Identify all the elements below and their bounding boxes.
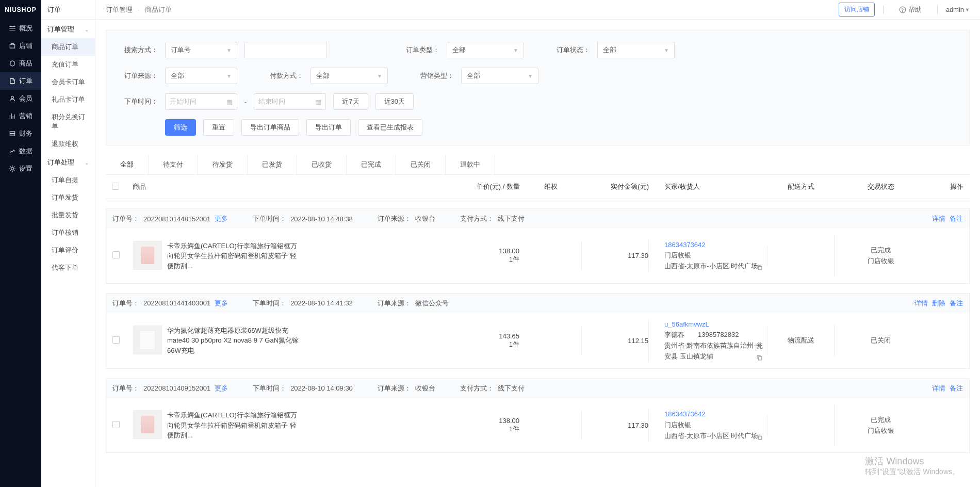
shipping-method: 物流配送 [767,326,834,355]
nav-item[interactable]: 设置 [0,160,41,177]
sub-group-title[interactable]: 订单处理⌄ [41,153,95,171]
sub-nav-item[interactable]: 会员卡订单 [41,73,95,91]
help-link[interactable]: 帮助 [899,5,922,14]
product-name[interactable]: 卡帝乐鳄鱼(CARTELO)行李箱旅行箱铝框万向轮男女学生拉杆箱密码箱登机箱皮箱… [167,410,301,441]
order-more-link[interactable]: 更多 [215,214,228,223]
visit-shop-button[interactable]: 访问店铺 [839,3,875,17]
buyer-link[interactable]: u_56afkmvwzL [664,319,767,330]
svg-rect-4 [758,436,762,440]
chevron-down-icon: ⌄ [85,27,89,33]
nav-item[interactable]: 店铺 [0,37,41,55]
select-all-checkbox[interactable] [112,183,119,190]
sub-nav-item[interactable]: 批量发货 [41,206,95,224]
product-thumb[interactable] [133,241,162,270]
status-tab[interactable]: 已关闭 [396,155,446,174]
sub-nav-item[interactable]: 积分兑换订单 [41,108,95,135]
product-thumb[interactable] [133,410,162,439]
order-action-link[interactable]: 删除 [932,299,945,308]
order-more-link[interactable]: 更多 [215,299,228,308]
buyer-link[interactable]: 18634373642 [664,409,767,420]
order-action-link[interactable]: 备注 [950,384,963,393]
nav-item[interactable]: 财务 [0,125,41,142]
calendar-icon: ▦ [315,98,321,106]
sub-nav-item[interactable]: 代客下单 [41,259,95,277]
view-reports-button[interactable]: 查看已生成报表 [358,119,422,136]
order-action-link[interactable]: 详情 [932,214,945,223]
chevron-down-icon: ▼ [377,73,382,79]
last7-button[interactable]: 近7天 [333,93,368,110]
order-status: 已完成门店收银 [834,235,927,277]
svg-point-1 [902,11,903,12]
help-icon [899,6,906,13]
order-checkbox[interactable] [112,336,120,344]
reset-button[interactable]: 重置 [203,119,234,136]
order-type-select[interactable]: 全部▼ [447,42,524,58]
status-tab[interactable]: 已完成 [347,155,396,174]
nav-item[interactable]: 数据 [0,142,41,160]
chevron-down-icon: ▼ [226,47,232,53]
order-checkbox[interactable] [112,251,120,258]
filter-button[interactable]: 筛选 [165,119,196,136]
search-input[interactable] [244,42,327,58]
nav-icon [9,95,16,102]
start-date-input[interactable]: 开始时间▦ [165,93,237,110]
nav-icon [9,77,16,85]
order-action-link[interactable]: 备注 [950,299,963,308]
order-source-select[interactable]: 全部▼ [165,68,237,84]
status-tab[interactable]: 全部 [106,155,149,174]
nav-item[interactable]: 概况 [0,20,41,37]
nav-icon [9,60,16,67]
nav-icon [9,130,16,137]
sub-nav-item[interactable]: 订单自提 [41,171,95,189]
admin-menu[interactable]: admin ▼ [946,6,970,13]
sub-nav-item[interactable]: 礼品卡订单 [41,91,95,108]
status-tabs: 全部待支付待发货已发货已收货已完成已关闭退款中 [106,155,970,175]
promo-type-select[interactable]: 全部▼ [461,68,538,84]
sub-nav-item[interactable]: 订单核销 [41,224,95,241]
sub-nav-item[interactable]: 退款维权 [41,135,95,153]
sub-nav-item[interactable]: 订单发货 [41,189,95,206]
nav-item[interactable]: 会员 [0,90,41,107]
status-tab[interactable]: 已发货 [248,155,297,174]
order-action-link[interactable]: 详情 [932,384,945,393]
order-status-select[interactable]: 全部▼ [597,42,675,58]
order-row: 订单号：202208101409152001 更多 下单时间：2022-08-1… [106,378,970,453]
status-tab[interactable]: 退款中 [446,155,495,174]
sub-group-title[interactable]: 订单管理⌄ [41,20,95,38]
nav-item[interactable]: 订单 [0,72,41,90]
export-orders-button[interactable]: 导出订单 [306,119,351,136]
nav-item[interactable]: 商品 [0,55,41,72]
export-goods-button[interactable]: 导出订单商品 [241,119,299,136]
copy-icon[interactable] [756,354,763,361]
buyer-info: 18634373642 门店收银 山西省-太原市-小店区 时代广场 [648,240,767,272]
copy-icon[interactable] [756,434,763,441]
product-name[interactable]: 卡帝乐鳄鱼(CARTELO)行李箱旅行箱铝框万向轮男女学生拉杆箱密码箱登机箱皮箱… [167,241,301,271]
nav-item[interactable]: 营销 [0,107,41,125]
nav-icon [9,25,16,32]
order-action-link[interactable]: 备注 [950,214,963,223]
order-action-link[interactable]: 详情 [914,299,928,308]
status-tab[interactable]: 待发货 [198,155,248,174]
chevron-down-icon: ⌄ [85,160,89,166]
end-date-input[interactable]: 结束时间▦ [254,93,326,110]
copy-icon[interactable] [756,264,763,271]
sub-nav-item[interactable]: 订单评价 [41,241,95,259]
paid-amount: 117.30 [581,411,648,440]
search-mode-select[interactable]: 订单号▼ [165,42,237,58]
product-thumb[interactable] [133,326,162,354]
order-checkbox[interactable] [112,421,120,428]
order-more-link[interactable]: 更多 [215,384,228,393]
pay-type-select[interactable]: 全部▼ [311,68,388,84]
chevron-down-icon: ▼ [528,73,533,79]
calendar-icon: ▦ [226,98,233,106]
last30-button[interactable]: 近30天 [375,93,414,110]
unit-price: 138.001件 [452,247,519,264]
product-name[interactable]: 华为氮化镓超薄充电器原装66W超级快充mate40 30 p50pro X2 n… [167,326,301,356]
sidebar-sub: 订单 订单管理⌄商品订单充值订单会员卡订单礼品卡订单积分兑换订单退款维权订单处理… [41,0,95,487]
buyer-link[interactable]: 18634373642 [664,240,767,251]
status-tab[interactable]: 已收货 [297,155,347,174]
svg-rect-2 [758,266,762,270]
sub-nav-item[interactable]: 商品订单 [41,38,95,56]
sub-nav-item[interactable]: 充值订单 [41,56,95,73]
status-tab[interactable]: 待支付 [149,155,198,174]
